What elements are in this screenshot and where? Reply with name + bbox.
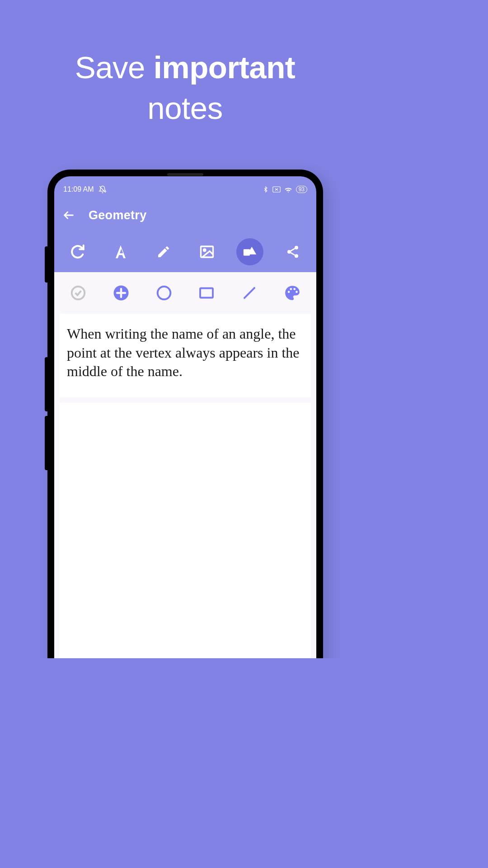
- confirm-shape-button[interactable]: [65, 279, 92, 307]
- svg-point-6: [203, 249, 206, 251]
- line-shape-button[interactable]: [236, 279, 263, 307]
- svg-point-22: [293, 288, 296, 290]
- svg-point-9: [287, 250, 291, 254]
- phone-side-button: [45, 357, 47, 411]
- headline: Save important notes: [0, 0, 370, 128]
- headline-bold: important: [154, 50, 296, 85]
- svg-line-19: [244, 288, 254, 298]
- rectangle-shape-button[interactable]: [193, 279, 220, 307]
- rotation-lock-icon: [272, 186, 281, 193]
- phone-speaker: [167, 173, 203, 176]
- note-card[interactable]: When writing the name of an angle, the p…: [60, 314, 311, 397]
- status-bar: 11:09 AM 93: [54, 183, 316, 196]
- pencil-tool-button[interactable]: [150, 238, 177, 265]
- headline-before: Save: [75, 50, 154, 85]
- back-button[interactable]: [62, 209, 75, 222]
- svg-rect-18: [200, 288, 213, 298]
- phone-screen: 11:09 AM 93: [54, 176, 316, 658]
- battery-value: 93: [299, 186, 305, 193]
- drawing-canvas[interactable]: [60, 403, 311, 658]
- svg-point-21: [290, 288, 292, 290]
- share-button[interactable]: [279, 238, 306, 265]
- svg-line-12: [291, 253, 295, 255]
- note-text: When writing the name of an angle, the p…: [67, 325, 304, 381]
- phone-frame: 11:09 AM 93: [47, 170, 323, 658]
- add-shape-button[interactable]: [108, 279, 135, 307]
- svg-point-8: [295, 246, 298, 250]
- primary-toolbar: [54, 231, 316, 272]
- app-bar: Geometry: [54, 199, 316, 231]
- phone-side-button: [45, 246, 47, 283]
- mute-icon: [99, 185, 107, 193]
- shapes-tool-button[interactable]: [236, 238, 263, 265]
- svg-line-11: [291, 249, 295, 251]
- svg-point-23: [296, 291, 298, 293]
- content-area: When writing the name of an angle, the p…: [54, 272, 316, 658]
- battery-indicator: 93: [296, 186, 307, 193]
- shape-toolbar: [54, 272, 316, 314]
- status-time: 11:09 AM: [63, 185, 94, 193]
- bluetooth-icon: [263, 186, 269, 193]
- svg-point-17: [157, 287, 170, 300]
- wifi-icon: [284, 186, 292, 193]
- image-tool-button[interactable]: [193, 238, 221, 265]
- svg-point-20: [287, 291, 290, 293]
- app-chrome: Geometry: [54, 199, 316, 658]
- text-tool-button[interactable]: [107, 238, 134, 265]
- palette-button[interactable]: [279, 279, 306, 307]
- page-title: Geometry: [89, 208, 146, 222]
- redo-button[interactable]: [64, 238, 91, 265]
- svg-point-10: [295, 254, 298, 258]
- phone-side-button: [45, 416, 47, 470]
- circle-shape-button[interactable]: [150, 279, 178, 307]
- headline-after: notes: [147, 91, 222, 126]
